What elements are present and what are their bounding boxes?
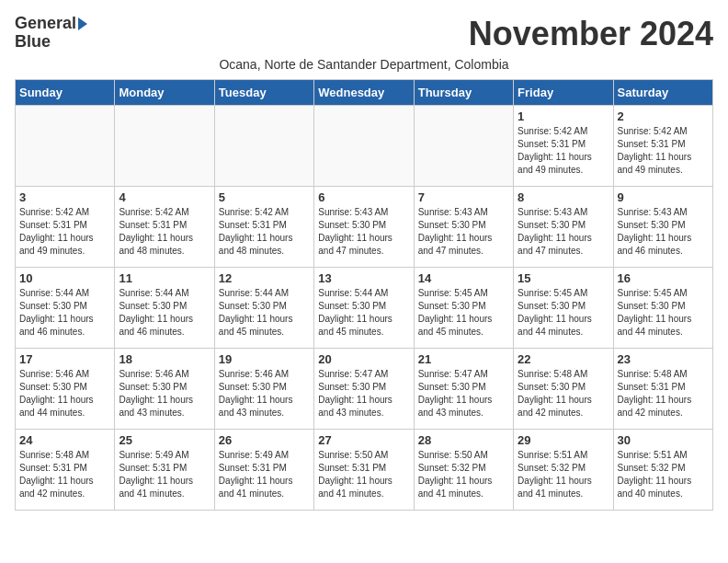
day-number: 4 [119,190,210,204]
day-info: Sunrise: 5:42 AM Sunset: 5:31 PM Dayligh… [518,126,592,175]
day-number: 25 [119,433,210,447]
day-number: 30 [618,433,709,447]
col-header-thursday: Thursday [414,80,513,106]
col-header-saturday: Saturday [613,80,712,106]
day-number: 15 [518,271,609,285]
calendar-cell: 30Sunrise: 5:51 AM Sunset: 5:32 PM Dayli… [613,430,712,511]
day-info: Sunrise: 5:44 AM Sunset: 5:30 PM Dayligh… [219,288,293,337]
calendar-cell: 26Sunrise: 5:49 AM Sunset: 5:31 PM Dayli… [214,430,313,511]
day-info: Sunrise: 5:45 AM Sunset: 5:30 PM Dayligh… [518,288,592,337]
calendar-cell: 25Sunrise: 5:49 AM Sunset: 5:31 PM Dayli… [115,430,214,511]
col-header-friday: Friday [514,80,613,106]
day-number: 28 [418,433,509,447]
calendar-cell: 19Sunrise: 5:46 AM Sunset: 5:30 PM Dayli… [214,349,313,430]
day-info: Sunrise: 5:44 AM Sunset: 5:30 PM Dayligh… [318,288,392,337]
day-info: Sunrise: 5:48 AM Sunset: 5:31 PM Dayligh… [19,450,94,499]
calendar-week-4: 24Sunrise: 5:48 AM Sunset: 5:31 PM Dayli… [16,430,713,511]
calendar-cell [414,106,513,187]
day-number: 5 [219,190,310,204]
day-info: Sunrise: 5:50 AM Sunset: 5:32 PM Dayligh… [418,450,493,499]
logo: General Blue [15,15,87,52]
calendar-week-3: 17Sunrise: 5:46 AM Sunset: 5:30 PM Dayli… [16,349,713,430]
calendar-cell: 8Sunrise: 5:43 AM Sunset: 5:30 PM Daylig… [514,187,613,268]
day-info: Sunrise: 5:48 AM Sunset: 5:31 PM Dayligh… [618,369,692,418]
day-number: 22 [518,352,609,366]
day-number: 29 [518,433,609,447]
day-info: Sunrise: 5:44 AM Sunset: 5:30 PM Dayligh… [119,288,193,337]
calendar-cell: 23Sunrise: 5:48 AM Sunset: 5:31 PM Dayli… [613,349,712,430]
calendar-week-1: 3Sunrise: 5:42 AM Sunset: 5:31 PM Daylig… [16,187,713,268]
day-number: 20 [318,352,409,366]
day-info: Sunrise: 5:47 AM Sunset: 5:30 PM Dayligh… [318,369,392,418]
calendar-cell: 16Sunrise: 5:45 AM Sunset: 5:30 PM Dayli… [613,268,712,349]
day-number: 13 [318,271,409,285]
calendar-cell: 1Sunrise: 5:42 AM Sunset: 5:31 PM Daylig… [514,106,613,187]
day-info: Sunrise: 5:42 AM Sunset: 5:31 PM Dayligh… [618,126,692,175]
day-number: 21 [418,352,509,366]
calendar-cell: 20Sunrise: 5:47 AM Sunset: 5:30 PM Dayli… [314,349,414,430]
day-info: Sunrise: 5:43 AM Sunset: 5:30 PM Dayligh… [318,207,392,256]
calendar-cell: 7Sunrise: 5:43 AM Sunset: 5:30 PM Daylig… [414,187,513,268]
calendar-cell: 2Sunrise: 5:42 AM Sunset: 5:31 PM Daylig… [613,106,712,187]
calendar-cell [214,106,313,187]
col-header-tuesday: Tuesday [214,80,313,106]
day-number: 14 [418,271,509,285]
day-info: Sunrise: 5:51 AM Sunset: 5:32 PM Dayligh… [618,450,692,499]
day-info: Sunrise: 5:44 AM Sunset: 5:30 PM Dayligh… [19,288,94,337]
day-info: Sunrise: 5:46 AM Sunset: 5:30 PM Dayligh… [19,369,94,418]
day-info: Sunrise: 5:42 AM Sunset: 5:31 PM Dayligh… [119,207,193,256]
logo-arrow-icon [78,17,87,30]
day-number: 6 [318,190,409,204]
calendar-cell: 10Sunrise: 5:44 AM Sunset: 5:30 PM Dayli… [16,268,115,349]
day-number: 19 [219,352,310,366]
calendar-cell: 15Sunrise: 5:45 AM Sunset: 5:30 PM Dayli… [514,268,613,349]
day-info: Sunrise: 5:51 AM Sunset: 5:32 PM Dayligh… [518,450,592,499]
calendar-header-row: SundayMondayTuesdayWednesdayThursdayFrid… [16,80,713,106]
calendar-cell: 17Sunrise: 5:46 AM Sunset: 5:30 PM Dayli… [16,349,115,430]
day-info: Sunrise: 5:48 AM Sunset: 5:30 PM Dayligh… [518,369,592,418]
day-info: Sunrise: 5:45 AM Sunset: 5:30 PM Dayligh… [418,288,493,337]
calendar-cell: 6Sunrise: 5:43 AM Sunset: 5:30 PM Daylig… [314,187,414,268]
calendar-week-2: 10Sunrise: 5:44 AM Sunset: 5:30 PM Dayli… [16,268,713,349]
day-info: Sunrise: 5:42 AM Sunset: 5:31 PM Dayligh… [219,207,293,256]
calendar-cell: 18Sunrise: 5:46 AM Sunset: 5:30 PM Dayli… [115,349,214,430]
day-info: Sunrise: 5:47 AM Sunset: 5:30 PM Dayligh… [418,369,493,418]
day-number: 10 [19,271,110,285]
calendar-cell: 27Sunrise: 5:50 AM Sunset: 5:31 PM Dayli… [314,430,414,511]
month-title: November 2024 [469,15,713,53]
col-header-wednesday: Wednesday [314,80,414,106]
day-info: Sunrise: 5:49 AM Sunset: 5:31 PM Dayligh… [219,450,293,499]
day-info: Sunrise: 5:43 AM Sunset: 5:30 PM Dayligh… [618,207,692,256]
calendar-cell: 4Sunrise: 5:42 AM Sunset: 5:31 PM Daylig… [115,187,214,268]
calendar-cell: 3Sunrise: 5:42 AM Sunset: 5:31 PM Daylig… [16,187,115,268]
calendar-cell: 29Sunrise: 5:51 AM Sunset: 5:32 PM Dayli… [514,430,613,511]
day-number: 8 [518,190,609,204]
day-number: 24 [19,433,110,447]
calendar-cell: 13Sunrise: 5:44 AM Sunset: 5:30 PM Dayli… [314,268,414,349]
day-info: Sunrise: 5:43 AM Sunset: 5:30 PM Dayligh… [518,207,592,256]
day-number: 16 [618,271,709,285]
day-number: 18 [119,352,210,366]
day-number: 12 [219,271,310,285]
calendar-cell: 24Sunrise: 5:48 AM Sunset: 5:31 PM Dayli… [16,430,115,511]
calendar-cell: 12Sunrise: 5:44 AM Sunset: 5:30 PM Dayli… [214,268,313,349]
subtitle: Ocana, Norte de Santander Department, Co… [15,57,713,72]
calendar-cell [16,106,115,187]
day-number: 11 [119,271,210,285]
day-number: 26 [219,433,310,447]
day-info: Sunrise: 5:46 AM Sunset: 5:30 PM Dayligh… [119,369,193,418]
day-number: 7 [418,190,509,204]
day-info: Sunrise: 5:46 AM Sunset: 5:30 PM Dayligh… [219,369,293,418]
calendar-cell: 5Sunrise: 5:42 AM Sunset: 5:31 PM Daylig… [214,187,313,268]
calendar-table: SundayMondayTuesdayWednesdayThursdayFrid… [15,79,713,511]
day-info: Sunrise: 5:49 AM Sunset: 5:31 PM Dayligh… [119,450,193,499]
col-header-monday: Monday [115,80,214,106]
calendar-week-0: 1Sunrise: 5:42 AM Sunset: 5:31 PM Daylig… [16,106,713,187]
day-info: Sunrise: 5:42 AM Sunset: 5:31 PM Dayligh… [19,207,94,256]
col-header-sunday: Sunday [16,80,115,106]
calendar-cell: 14Sunrise: 5:45 AM Sunset: 5:30 PM Dayli… [414,268,513,349]
calendar-cell: 21Sunrise: 5:47 AM Sunset: 5:30 PM Dayli… [414,349,513,430]
day-info: Sunrise: 5:45 AM Sunset: 5:30 PM Dayligh… [618,288,692,337]
day-number: 23 [618,352,709,366]
calendar-cell [314,106,414,187]
